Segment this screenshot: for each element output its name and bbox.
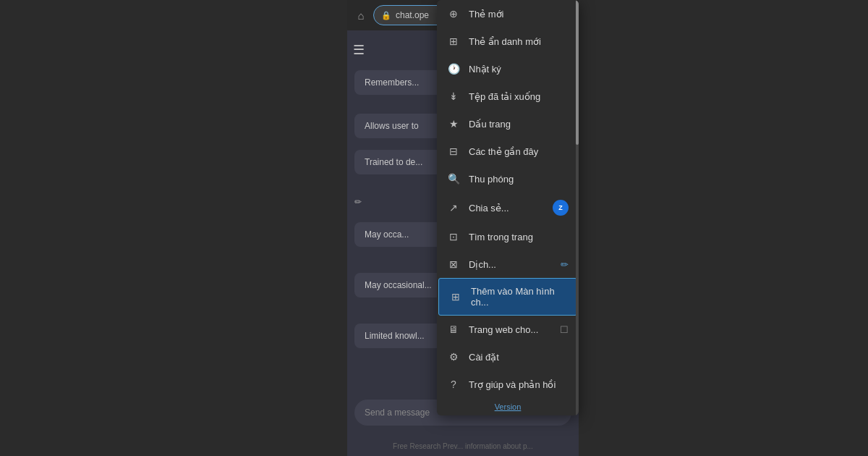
menu-item-2[interactable]: 🕐Nhật ký — [437, 55, 579, 83]
menu-item-label-9: Dịch... — [469, 259, 552, 270]
menu-item-13[interactable]: ?Trợ giúp và phản hồi — [437, 371, 579, 398]
menu-item-icon-9: ⊠ — [447, 258, 460, 271]
menu-item-icon-11: 🖥 — [447, 323, 460, 336]
menu-item-11[interactable]: 🖥Trang web cho...☐ — [437, 316, 579, 343]
menu-item-6[interactable]: 🔍Thu phóng — [437, 165, 579, 193]
menu-item-label-10: Thêm vào Màn hình ch... — [471, 286, 566, 308]
menu-item-icon-8: ⊡ — [447, 230, 460, 243]
home-icon[interactable]: ⌂ — [353, 7, 369, 23]
menu-item-label-2: Nhật ký — [469, 64, 569, 75]
menu-item-extra-9: ✏ — [561, 259, 569, 270]
hamburger-menu[interactable]: ☰ — [353, 42, 365, 58]
menu-item-icon-6: 🔍 — [447, 172, 460, 185]
menu-item-icon-2: 🕐 — [447, 62, 460, 75]
menu-item-badge-7: Z — [553, 200, 569, 216]
menu-item-icon-7: ↗ — [447, 201, 460, 214]
menu-item-label-7: Chia sẻ... — [469, 203, 544, 214]
menu-item-icon-12: ⚙ — [447, 350, 460, 363]
scrollbar[interactable] — [576, 0, 579, 415]
menu-item-label-4: Dấu trang — [469, 119, 569, 130]
menu-item-icon-0: ⊕ — [447, 7, 460, 20]
lock-icon: 🔒 — [381, 11, 391, 20]
menu-version[interactable]: Version — [437, 398, 579, 415]
menu-item-label-6: Thu phóng — [469, 174, 569, 185]
menu-item-icon-4: ★ — [447, 117, 460, 130]
menu-item-4[interactable]: ★Dấu trang — [437, 110, 579, 138]
menu-item-label-13: Trợ giúp và phản hồi — [469, 379, 569, 390]
warning-icon: ✏ — [354, 197, 362, 207]
menu-item-icon-3: ↡ — [447, 90, 460, 103]
menu-item-3[interactable]: ↡Tệp đã tải xuống — [437, 83, 579, 110]
menu-item-icon-1: ⊞ — [447, 35, 460, 48]
menu-item-label-8: Tìm trong trang — [469, 232, 569, 242]
menu-item-10[interactable]: ⊞Thêm vào Màn hình ch... — [438, 278, 577, 316]
menu-item-label-5: Các thẻ gần đây — [469, 146, 569, 157]
menu-item-extra-11: ☐ — [560, 324, 569, 335]
context-menu: ⊕Thẻ mới⊞Thẻ ẩn danh mới🕐Nhật ký↡Tệp đã … — [437, 0, 579, 415]
menu-item-label-12: Cài đặt — [469, 352, 569, 363]
menu-item-1[interactable]: ⊞Thẻ ẩn danh mới — [437, 28, 579, 55]
menu-item-9[interactable]: ⊠Dịch...✏ — [437, 250, 579, 278]
menu-item-label-11: Trang web cho... — [469, 324, 551, 335]
footer-text: Free Research Prev... information about … — [354, 442, 571, 450]
menu-item-5[interactable]: ⊟Các thẻ gần đây — [437, 138, 579, 165]
menu-item-8[interactable]: ⊡Tìm trong trang — [437, 223, 579, 250]
scrollbar-thumb — [576, 0, 579, 145]
menu-item-label-0: Thẻ mới — [469, 9, 569, 20]
menu-item-icon-5: ⊟ — [447, 145, 460, 158]
menu-item-icon-10: ⊞ — [449, 290, 462, 303]
menu-item-label-1: Thẻ ẩn danh mới — [469, 36, 569, 47]
menu-item-label-3: Tệp đã tải xuống — [469, 91, 569, 102]
menu-item-12[interactable]: ⚙Cài đặt — [437, 343, 579, 371]
menu-item-icon-13: ? — [447, 378, 460, 391]
menu-item-0[interactable]: ⊕Thẻ mới — [437, 0, 579, 28]
menu-item-7[interactable]: ↗Chia sẻ...Z — [437, 193, 579, 223]
